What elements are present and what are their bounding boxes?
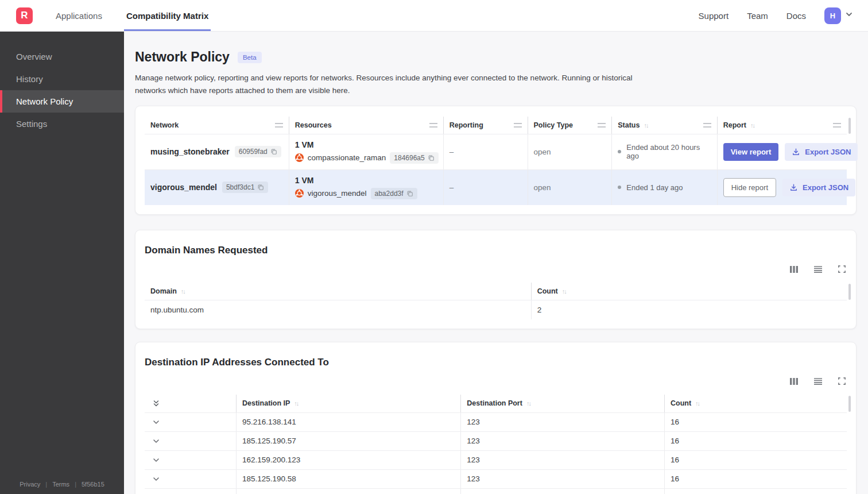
column-header-policy-type[interactable]: Policy Type (528, 117, 612, 134)
count-value: 16 (664, 489, 847, 494)
sidebar-item-history[interactable]: History (0, 68, 124, 90)
expand-row-toggle[interactable] (145, 470, 236, 488)
export-json-button[interactable]: Export JSON (782, 179, 855, 196)
copy-icon (406, 190, 413, 197)
network-row[interactable]: vigorous_mendel 5bdf3dc1 1 VM vigorous_m… (145, 169, 847, 205)
export-json-button[interactable]: Export JSON (785, 143, 858, 161)
column-header-resources[interactable]: Resources (289, 117, 443, 134)
column-header-destination-ip[interactable]: Destination IP ↑↓ (236, 395, 460, 412)
status-text: Ended about 20 hours ago (626, 143, 711, 160)
table-scrollbar[interactable] (848, 396, 851, 412)
tab-applications[interactable]: Applications (53, 0, 104, 31)
top-nav: R Applications Compatibility Matrix Supp… (0, 0, 868, 32)
sort-icon: ↑↓ (181, 288, 185, 295)
column-header-network[interactable]: Network (145, 117, 289, 134)
expand-row-toggle[interactable] (145, 413, 236, 431)
tab-compatibility-matrix[interactable]: Compatibility Matrix (124, 0, 211, 31)
user-menu[interactable]: H (824, 7, 853, 24)
view-report-button[interactable]: View report (723, 143, 779, 161)
count-value: 16 (664, 470, 847, 488)
sort-icon: ↑↓ (562, 288, 566, 295)
app-logo[interactable]: R (16, 7, 33, 24)
sort-icon: ↑↓ (695, 400, 699, 407)
column-header-domain[interactable]: Domain ↑↓ (145, 283, 531, 300)
footer-divider: | (45, 481, 47, 488)
policy-type-value: open (528, 134, 612, 169)
docs-link[interactable]: Docs (786, 11, 806, 21)
terms-link[interactable]: Terms (52, 481, 69, 488)
expand-row-toggle[interactable] (145, 489, 236, 494)
reporting-value: – (443, 134, 528, 169)
status-text: Ended 1 day ago (626, 183, 683, 192)
sort-icon: ↑↓ (644, 122, 648, 129)
expand-all-header[interactable] (145, 395, 236, 412)
columns-icon[interactable] (789, 264, 799, 275)
card-title: Destination IP Addresses Connected To (145, 357, 847, 368)
sort-icon: ↑↓ (294, 400, 298, 407)
column-header-reporting[interactable]: Reporting (443, 117, 528, 134)
column-resize-handle-icon[interactable] (275, 123, 283, 128)
count-value: 16 (664, 413, 847, 431)
destination-ip-value: 185.125.190.57 (236, 432, 460, 450)
sidebar-item-settings[interactable]: Settings (0, 113, 124, 135)
domain-row[interactable]: ntp.ubuntu.com 2 (145, 300, 847, 319)
destination-ip-value: 162.159.200.123 (236, 451, 460, 469)
column-header-report[interactable]: Report ↑↓ (717, 117, 847, 134)
status-dot-icon (618, 186, 621, 189)
fullscreen-icon[interactable] (837, 376, 847, 386)
network-name: musing_stonebraker (150, 147, 230, 156)
network-table-card: Network Resources Reporting Policy Type … (135, 106, 857, 215)
reporting-value: – (443, 170, 528, 205)
fullscreen-icon[interactable] (837, 264, 847, 274)
expand-row-toggle[interactable] (145, 451, 236, 469)
expand-row-toggle[interactable] (145, 432, 236, 450)
count-value: 2 (531, 300, 847, 319)
sidebar-item-network-policy[interactable]: Network Policy (0, 90, 124, 113)
network-table-header: Network Resources Reporting Policy Type … (145, 117, 847, 134)
destination-port-value: 123 (460, 489, 664, 494)
card-title: Domain Names Requested (145, 245, 847, 256)
rows-icon[interactable] (813, 264, 823, 275)
rows-icon[interactable] (813, 376, 823, 387)
destination-row[interactable]: 95.216.138.141 123 16 (145, 412, 847, 431)
team-link[interactable]: Team (747, 11, 768, 21)
destination-row[interactable]: 185.125.190.57 123 16 (145, 431, 847, 450)
network-id-chip[interactable]: 60959fad (235, 146, 281, 157)
column-header-count[interactable]: Count ↑↓ (664, 395, 847, 412)
columns-icon[interactable] (789, 376, 799, 387)
table-scrollbar[interactable] (848, 284, 851, 300)
network-id-chip[interactable]: 5bdf3dc1 (222, 182, 268, 193)
column-resize-handle-icon[interactable] (833, 123, 841, 128)
column-resize-handle-icon[interactable] (514, 123, 522, 128)
main-content: Network Policy Beta Manage network polic… (124, 32, 868, 494)
sort-icon: ↑↓ (750, 122, 754, 129)
column-resize-handle-icon[interactable] (703, 123, 711, 128)
footer-divider: | (75, 481, 76, 488)
domain-value: ntp.ubuntu.com (145, 300, 531, 319)
destination-row[interactable]: 162.159.200.123 123 16 (145, 450, 847, 469)
column-header-count[interactable]: Count ↑↓ (531, 283, 847, 300)
destination-port-value: 123 (460, 470, 664, 488)
destination-ip-card: Destination IP Addresses Connected To De… (135, 342, 857, 494)
resource-id-chip[interactable]: 184696a5 (390, 152, 438, 164)
privacy-link[interactable]: Privacy (20, 481, 40, 488)
column-header-destination-port[interactable]: Destination Port ↑↓ (460, 395, 664, 412)
beta-badge: Beta (238, 52, 262, 63)
hide-report-button[interactable]: Hide report (723, 178, 776, 197)
support-link[interactable]: Support (699, 11, 729, 21)
avatar[interactable]: H (824, 7, 841, 24)
page-description: Manage network policy, reporting and vie… (135, 72, 652, 98)
sidebar-item-overview[interactable]: Overview (0, 45, 124, 68)
network-row[interactable]: musing_stonebraker 60959fad 1 VM compass… (145, 134, 847, 169)
resource-id-chip[interactable]: aba2dd3f (371, 188, 417, 199)
column-resize-handle-icon[interactable] (429, 123, 437, 128)
column-header-status[interactable]: Status ↑↓ (611, 117, 716, 134)
count-value: 16 (664, 451, 847, 469)
build-version: 5f56b15 (82, 481, 104, 488)
destination-row[interactable]: 95.216.100.21 123 16 (145, 488, 847, 494)
destination-row[interactable]: 185.125.190.58 123 16 (145, 469, 847, 488)
domain-table-header: Domain ↑↓ Count ↑↓ (145, 283, 847, 300)
copy-icon (270, 148, 277, 155)
column-resize-handle-icon[interactable] (598, 123, 606, 128)
table-scrollbar[interactable] (848, 118, 851, 134)
